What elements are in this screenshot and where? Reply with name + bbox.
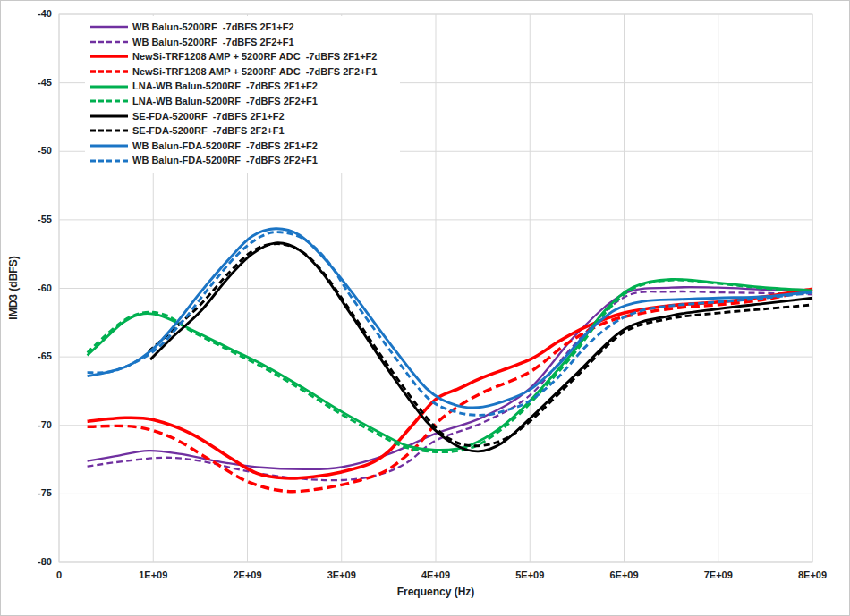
- legend-label: WB Balun-5200RF -7dBFS 2F2+F1: [132, 35, 294, 50]
- y-tick-label: -70: [1, 419, 52, 430]
- legend-line-sample: [90, 156, 128, 165]
- x-tick-label: 2E+09: [212, 570, 284, 580]
- legend-item: NewSi-TRF1208 AMP + 5200RF ADC -7dBFS 2F…: [90, 49, 377, 64]
- x-axis-title: Frequency (Hz): [397, 586, 475, 598]
- x-tick-label: 8E+09: [777, 570, 848, 580]
- legend-line-sample: [90, 82, 128, 91]
- y-tick-label: -50: [1, 145, 52, 156]
- x-tick-label: 6E+09: [589, 570, 660, 580]
- legend-label: LNA-WB Balun-5200RF -7dBFS 2F1+F2: [132, 79, 318, 94]
- series-line: [88, 229, 812, 408]
- imd3-chart-figure: 01E+092E+093E+094E+095E+096E+097E+098E+0…: [0, 0, 850, 616]
- legend-item: WB Balun-5200RF -7dBFS 2F2+F1: [90, 35, 377, 50]
- legend-item: WB Balun-FDA-5200RF -7dBFS 2F1+F2: [90, 139, 377, 154]
- legend-item: SE-FDA-5200RF -7dBFS 2F1+F2: [90, 109, 377, 124]
- legend: WB Balun-5200RF -7dBFS 2F1+F2WB Balun-52…: [89, 18, 382, 170]
- legend-label: WB Balun-5200RF -7dBFS 2F1+F2: [132, 20, 294, 35]
- x-tick-label: 5E+09: [494, 570, 565, 580]
- legend-line-sample: [90, 22, 128, 31]
- y-tick-label: -65: [1, 350, 52, 361]
- legend-label: WB Balun-FDA-5200RF -7dBFS 2F2+F1: [132, 153, 318, 168]
- x-tick-label: 1E+09: [117, 570, 189, 580]
- x-tick-label: 7E+09: [683, 570, 754, 580]
- legend-line-sample: [90, 141, 128, 150]
- y-tick-label: -45: [1, 77, 52, 88]
- y-tick-label: -80: [1, 556, 52, 567]
- legend-label: WB Balun-FDA-5200RF -7dBFS 2F1+F2: [132, 139, 318, 154]
- legend-item: LNA-WB Balun-5200RF -7dBFS 2F2+F1: [90, 94, 377, 109]
- y-axis-title: IMD3 (dBFS): [7, 256, 20, 319]
- series-line: [150, 243, 812, 451]
- legend-line-sample: [90, 52, 128, 61]
- x-tick-label: 3E+09: [306, 570, 378, 580]
- y-tick-label: -55: [1, 214, 52, 224]
- x-tick-label: 0: [23, 570, 95, 580]
- legend-item: WB Balun-FDA-5200RF -7dBFS 2F2+F1: [90, 153, 377, 168]
- legend-line-sample: [90, 67, 128, 76]
- x-tick-label: 4E+09: [400, 570, 472, 580]
- legend-item: NewSi-TRF1208 AMP + 5200RF ADC -7dBFS 2F…: [90, 64, 377, 80]
- legend-item: WB Balun-5200RF -7dBFS 2F1+F2: [90, 20, 377, 35]
- legend-line-sample: [90, 126, 128, 135]
- legend-label: LNA-WB Balun-5200RF -7dBFS 2F2+F1: [132, 94, 318, 109]
- legend-line-sample: [90, 97, 128, 105]
- legend-label: SE-FDA-5200RF -7dBFS 2F1+F2: [132, 109, 285, 124]
- legend-item: LNA-WB Balun-5200RF -7dBFS 2F1+F2: [90, 79, 377, 94]
- legend-line-sample: [90, 38, 128, 46]
- series-line: [88, 232, 812, 416]
- legend-item: SE-FDA-5200RF -7dBFS 2F2+F1: [90, 123, 377, 139]
- legend-label: NewSi-TRF1208 AMP + 5200RF ADC -7dBFS 2F…: [132, 49, 377, 64]
- y-tick-label: -40: [1, 8, 52, 19]
- legend-label: SE-FDA-5200RF -7dBFS 2F2+F1: [132, 123, 285, 139]
- legend-line-sample: [90, 112, 128, 121]
- y-tick-label: -75: [1, 487, 52, 498]
- legend-label: NewSi-TRF1208 AMP + 5200RF ADC -7dBFS 2F…: [132, 64, 377, 80]
